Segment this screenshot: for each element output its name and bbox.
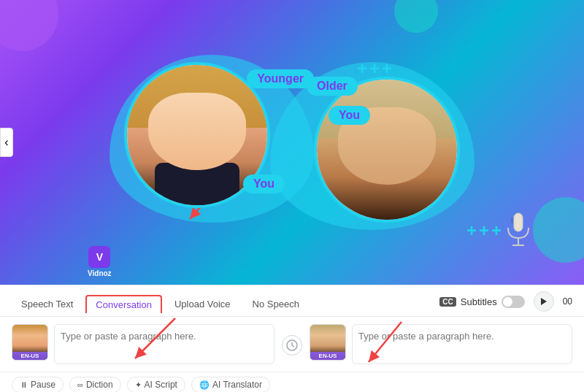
right-avatar-bubble: Older You (314, 77, 460, 223)
collapse-button[interactable]: ‹ (0, 128, 13, 157)
cc-badge: CC (439, 297, 456, 307)
subtitles-label-text: Subtitles (461, 296, 497, 307)
ai-translator-button[interactable]: 🌐 AI Translator (191, 377, 270, 392)
vidnoz-v-icon: V (88, 246, 110, 268)
label-older-you: Older (307, 77, 358, 96)
video-area: +++ +++ Younger (0, 0, 584, 285)
diction-icon: ∞ (77, 380, 83, 389)
right-text-input[interactable] (352, 324, 572, 364)
left-text-input[interactable] (54, 324, 274, 364)
bottom-panel: Speech Text Conversation Upload Voice No… (0, 285, 584, 392)
right-speaker-avatar: EN-US (310, 324, 346, 361)
tab-conversation[interactable]: Conversation (85, 295, 162, 313)
play-button[interactable] (534, 291, 554, 312)
ai-script-button[interactable]: ✦ AI Script (127, 377, 185, 392)
left-speaker-avatar: EN-US (12, 324, 48, 361)
subtitles-toggle[interactable] (502, 296, 525, 308)
svg-rect-3 (511, 218, 513, 223)
play-icon (540, 297, 548, 306)
label-you-left: You (243, 174, 285, 193)
svg-rect-0 (514, 213, 523, 231)
label-younger-you: Younger (247, 69, 314, 88)
avatars-container: Younger You Older (0, 0, 584, 285)
left-speaker-block: EN-US (12, 324, 274, 364)
pause-icon: ⏸ (20, 380, 28, 389)
clock-icon (286, 339, 298, 351)
right-speaker-lang: EN-US (310, 352, 345, 360)
microphone-icon (504, 212, 540, 263)
subtitles-control: CC Subtitles (439, 296, 524, 308)
tabs-row: Speech Text Conversation Upload Voice No… (0, 285, 584, 317)
conversation-row: EN-US EN-US (0, 317, 584, 372)
right-avatar-circle (314, 77, 460, 223)
label-you-right: You (328, 106, 370, 125)
connector-icon (282, 335, 302, 356)
right-speaker-block: EN-US (310, 324, 572, 364)
vidnoz-text: Vidnoz (88, 269, 112, 277)
left-speaker-lang: EN-US (12, 352, 47, 360)
tab-no-speech[interactable]: No Speech (243, 295, 309, 312)
tab-speech-text[interactable]: Speech Text (12, 295, 82, 312)
time-display: 00 (563, 296, 572, 307)
left-avatar-bubble: Younger You (124, 62, 270, 208)
diction-button[interactable]: ∞ Diction (69, 377, 121, 392)
collapse-icon: ‹ (4, 136, 8, 149)
tabs-right-controls: CC Subtitles 00 (439, 291, 572, 316)
bottom-toolbar: ⏸ Pause ∞ Diction ✦ AI Script 🌐 AI Trans… (0, 372, 584, 392)
ai-script-icon: ✦ (135, 380, 142, 390)
pause-button[interactable]: ⏸ Pause (12, 377, 64, 392)
tab-upload-voice[interactable]: Upload Voice (165, 295, 240, 312)
ai-translator-icon: 🌐 (199, 380, 210, 390)
vidnoz-logo: V Vidnoz (88, 246, 112, 277)
svg-line-6 (292, 345, 294, 347)
connector (282, 324, 302, 356)
